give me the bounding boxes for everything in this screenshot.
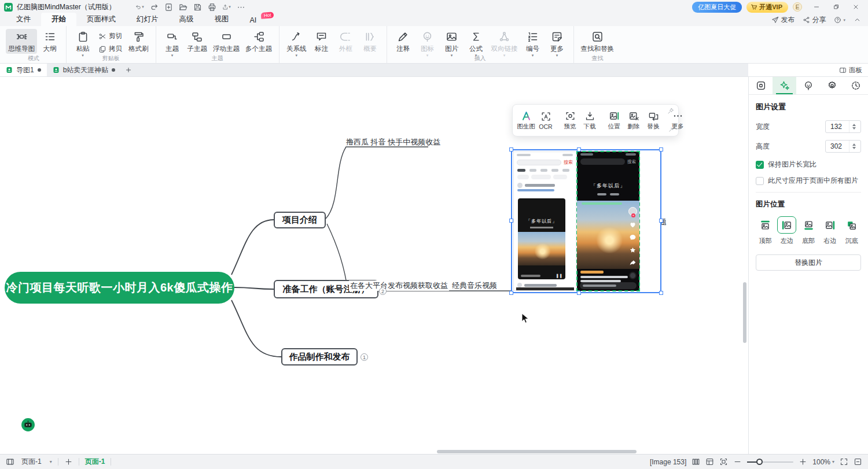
tab-slides[interactable]: 幻灯片 [126, 13, 169, 26]
position-right-option[interactable]: 右边 [821, 216, 840, 245]
subtopic-s2[interactable]: 在各大平台发布视频获取收益 [349, 280, 449, 291]
subtopic-button[interactable]: 子主题 [185, 29, 210, 54]
find-replace-button[interactable]: 查找和替换 [579, 29, 617, 54]
storyboard-view-icon[interactable] [705, 457, 714, 466]
page-tab[interactable]: 页面-1 [85, 457, 105, 467]
print-icon[interactable] [208, 3, 216, 12]
img2img-button[interactable]: 图生图 [516, 108, 536, 133]
minimize-button[interactable] [807, 0, 826, 14]
zoom-slider[interactable] [747, 461, 793, 463]
format-painter-button[interactable]: 格式刷 [126, 29, 151, 54]
sidebar-tab-style[interactable] [749, 77, 773, 94]
panel-toggle-button[interactable]: 面板 [839, 66, 862, 75]
page-view-icon[interactable] [6, 457, 14, 466]
new-doc-tab-button[interactable] [121, 64, 136, 76]
resize-handle[interactable] [509, 291, 513, 295]
width-value-field[interactable] [826, 123, 849, 131]
image-delete-button[interactable]: 删除 [624, 108, 643, 133]
vip-button[interactable]: 开通VIP [746, 2, 788, 13]
relationship-button[interactable]: 关系线 [284, 29, 309, 57]
height-stepper[interactable] [849, 141, 858, 152]
ai-assistant-button[interactable] [21, 418, 35, 432]
paste-button[interactable]: 粘贴 [71, 29, 94, 57]
topic-node-publish[interactable]: 作品制作和发布 [281, 348, 358, 365]
tab-view[interactable]: 视图 [204, 13, 240, 26]
subtopic-s1[interactable]: 撸西瓜 抖音 快手中视频收益 [346, 137, 440, 147]
toolbar-resize-icon[interactable] [668, 127, 674, 133]
add-page-button[interactable] [64, 457, 73, 466]
root-topic-node[interactable]: 冷门项目每天听歌一小时月入6k傻瓜式操作 [5, 272, 234, 304]
fit-view-icon[interactable] [719, 457, 728, 466]
topic-node-intro[interactable]: 项目介绍 [274, 212, 326, 228]
width-input[interactable] [825, 120, 861, 133]
maximize-button[interactable] [826, 0, 846, 14]
resize-handle[interactable] [659, 291, 663, 295]
outline-mode-button[interactable]: 大纲 [38, 29, 61, 54]
numbering-button[interactable]: 编号 [521, 29, 545, 57]
replace-image-button[interactable]: 替换图片 [756, 254, 861, 271]
position-top-option[interactable]: 顶部 [756, 216, 775, 245]
resize-handle[interactable] [577, 291, 581, 295]
page-selector[interactable]: 页面-1 [21, 457, 52, 467]
ocr-button[interactable]: OCR [536, 109, 556, 132]
columns-view-icon[interactable] [692, 457, 700, 466]
sidebar-tab-stickers[interactable] [796, 77, 820, 94]
resize-handle[interactable] [509, 219, 513, 223]
copy-button[interactable]: 拷贝 [97, 44, 124, 54]
redo-icon[interactable] [150, 3, 159, 12]
zoom-out-button[interactable] [733, 457, 742, 466]
formula-button[interactable]: 公式 [465, 29, 488, 57]
note-button[interactable]: 注释 [392, 29, 415, 54]
topic-button[interactable]: 主题 [161, 29, 184, 57]
export-icon[interactable] [222, 3, 231, 12]
tab-ai[interactable]: AIHot [240, 14, 267, 26]
picture-button[interactable]: 图片 [440, 29, 464, 57]
width-stepper[interactable] [849, 121, 858, 132]
subtopic-s3[interactable]: 经典音乐视频 [452, 280, 497, 291]
selected-image-node[interactable]: 搜索 [511, 149, 661, 293]
doc-tab-2[interactable]: b站卖天涯神贴 [47, 64, 122, 76]
cut-button[interactable]: 剪切 [97, 31, 124, 41]
multiple-topics-button[interactable]: 多个主题 [243, 29, 274, 54]
resize-handle[interactable] [577, 147, 581, 152]
help-button[interactable] [834, 16, 845, 24]
collapse-ribbon-button[interactable] [854, 16, 861, 24]
tab-home[interactable]: 开始 [41, 13, 76, 26]
new-file-icon[interactable] [164, 3, 173, 12]
floating-topic-button[interactable]: 浮动主题 [211, 29, 242, 54]
apply-to-all-checkbox[interactable]: 此尺寸应用于页面中所有图片 [756, 176, 861, 186]
publish-button[interactable]: 发布 [771, 15, 795, 25]
save-icon[interactable] [193, 3, 202, 12]
promo-badge[interactable]: 亿图夏日大促 [692, 2, 742, 13]
open-folder-icon[interactable] [179, 3, 187, 12]
resize-handle[interactable] [509, 147, 513, 152]
tab-advanced[interactable]: 高级 [169, 13, 204, 26]
doc-tab-1[interactable]: 导图1 [0, 64, 47, 76]
pin-toolbar-icon[interactable] [667, 108, 674, 115]
position-left-option[interactable]: 左边 [777, 216, 796, 245]
image-replace-button[interactable]: 替换 [643, 108, 663, 133]
tab-file[interactable]: 文件 [6, 13, 41, 26]
zoom-in-button[interactable] [799, 457, 807, 466]
position-sink-option[interactable]: 沉底 [842, 216, 861, 245]
mindmap-canvas[interactable]: 冷门项目每天听歌一小时月入6k傻瓜式操作 项目介绍 准备工作（账号注册） 作品制… [0, 77, 748, 454]
sidebar-tab-ai-magic[interactable] [773, 77, 796, 94]
height-input[interactable] [825, 140, 861, 153]
resize-handle[interactable] [659, 147, 663, 152]
callout-button[interactable]: 标注 [310, 29, 333, 54]
close-button[interactable] [846, 0, 866, 14]
mindmap-mode-button[interactable]: 思维导图 [6, 29, 37, 54]
resize-handle[interactable] [659, 219, 663, 223]
more-insert-button[interactable]: 更多 [546, 29, 569, 57]
collapse-statusbar-icon[interactable] [854, 457, 862, 466]
keep-aspect-ratio-checkbox[interactable]: 保持图片长宽比 [756, 160, 861, 169]
zoom-value[interactable]: 100% [812, 458, 834, 466]
vertical-scrollbar[interactable] [743, 282, 746, 343]
sidebar-tab-clipart[interactable] [821, 77, 844, 94]
fullscreen-icon[interactable] [840, 457, 848, 466]
height-value-field[interactable] [826, 142, 849, 150]
position-bottom-option[interactable]: 底部 [799, 216, 818, 245]
zoom-slider-thumb[interactable] [756, 459, 763, 465]
more-commands-icon[interactable] [237, 3, 245, 12]
horizontal-scrollbar[interactable] [437, 450, 637, 453]
